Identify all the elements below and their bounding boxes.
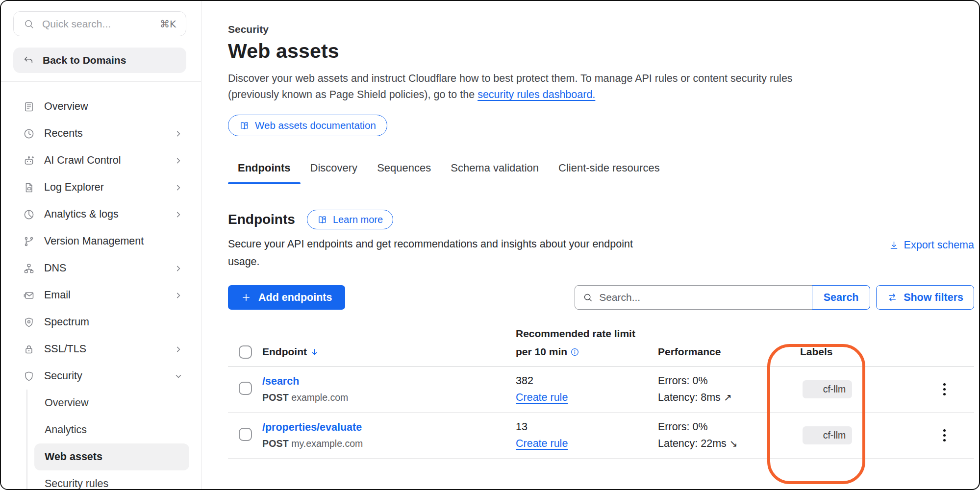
select-all-checkbox[interactable] <box>239 345 252 359</box>
row-checkbox[interactable] <box>239 428 252 441</box>
chevron-right-icon <box>174 264 183 273</box>
shield-icon <box>23 370 35 382</box>
sidebar-item-dns[interactable]: DNS <box>1 255 201 282</box>
column-header-endpoint[interactable]: Endpoint <box>262 343 516 361</box>
sidebar-nav: Overview Recents AI Crawl Control Log Ex… <box>1 93 201 490</box>
add-endpoints-button[interactable]: Add endpoints <box>228 285 345 310</box>
column-header-rate-limit: Recommended rate limit per 10 min <box>516 324 658 361</box>
chevron-right-icon <box>174 291 183 300</box>
latency-value: Latency: 22ms <box>658 438 727 449</box>
row-menu-button[interactable] <box>940 426 949 444</box>
rate-limit-value: 13 <box>516 421 658 433</box>
table-row: /search POST example.com 382 Create rule… <box>228 367 974 413</box>
robot-icon <box>23 155 35 167</box>
sidebar-item-spectrum[interactable]: Spectrum <box>1 309 201 336</box>
info-icon[interactable] <box>570 344 579 353</box>
app-window: Quick search... ⌘K Back to Domains Overv… <box>0 0 980 490</box>
tab-bar: EndpointsDiscoverySequencesSchema valida… <box>228 155 974 184</box>
cloud-icon <box>809 384 819 394</box>
show-filters-button[interactable]: Show filters <box>876 285 974 310</box>
page-title: Web assets <box>228 40 974 63</box>
sidebar-item-analytics-logs[interactable]: Analytics & logs <box>1 201 201 228</box>
description-line-2: (previously known as Page Shield policie… <box>228 89 477 100</box>
search-button[interactable]: Search <box>812 285 870 310</box>
lock-icon <box>23 343 35 355</box>
row-checkbox[interactable] <box>239 382 252 395</box>
label-badge-text: cf-llm <box>823 430 846 441</box>
endpoints-table: Endpoint Recommended rate limit per 10 m… <box>228 324 974 459</box>
sidebar-item-ai-crawl-control[interactable]: AI Crawl Control <box>1 147 201 174</box>
book-icon <box>317 215 327 225</box>
sidebar-item-version-management[interactable]: Version Management <box>1 228 201 255</box>
tab-sequences[interactable]: Sequences <box>367 155 441 184</box>
page-description: Discover your web assets and instruct Cl… <box>228 71 974 103</box>
sidebar-subitem-label: Analytics <box>45 424 87 436</box>
shield-gear-icon <box>23 317 35 328</box>
keyboard-shortcut-badge: ⌘K <box>160 18 176 30</box>
quick-search-input[interactable]: Quick search... ⌘K <box>13 11 186 36</box>
sidebar-item-overview[interactable]: Overview <box>1 93 201 120</box>
sidebar-divider <box>1 81 201 82</box>
tab-schema-validation[interactable]: Schema validation <box>441 155 549 184</box>
table-row: /properties/evaluate POST my.example.com… <box>228 413 974 459</box>
create-rule-link[interactable]: Create rule <box>516 438 568 450</box>
endpoints-search-input[interactable]: Search... <box>575 285 812 310</box>
web-assets-documentation-button[interactable]: Web assets documentation <box>228 115 387 136</box>
branch-icon <box>23 236 35 247</box>
rate-limit-value: 382 <box>516 375 658 387</box>
sidebar-item-security[interactable]: Security <box>1 363 201 390</box>
export-schema-label: Export schema <box>904 239 974 251</box>
network-icon <box>23 263 35 274</box>
sidebar-item-log-explorer[interactable]: Log Explorer <box>1 174 201 201</box>
tab-discovery[interactable]: Discovery <box>301 155 368 184</box>
sidebar-subitem-analytics[interactable]: Analytics <box>34 416 189 443</box>
clipboard-icon <box>23 101 35 113</box>
envelope-icon <box>23 290 35 301</box>
create-rule-link[interactable]: Create rule <box>516 392 568 404</box>
sidebar-item-label: Email <box>44 289 71 301</box>
latency-value: Latency: 8ms <box>658 392 721 403</box>
sidebar-item-label: Analytics & logs <box>44 208 119 220</box>
sidebar-item-label: Log Explorer <box>44 181 104 194</box>
plus-icon <box>241 293 251 302</box>
show-filters-label: Show filters <box>904 292 963 304</box>
swap-arrows-icon <box>887 292 898 303</box>
sidebar-item-label: DNS <box>44 262 66 274</box>
sidebar-subitem-security-rules[interactable]: Security rules <box>34 470 189 490</box>
row-menu-button[interactable] <box>940 380 949 398</box>
search-icon <box>24 19 34 29</box>
sidebar-subitem-overview[interactable]: Overview <box>34 390 189 416</box>
sidebar-subitem-label: Security rules <box>45 478 108 490</box>
export-schema-link[interactable]: Export schema <box>889 239 974 251</box>
clock-icon <box>23 128 35 140</box>
sidebar-subitem-web-assets[interactable]: Web assets <box>34 443 189 470</box>
search-placeholder: Search... <box>599 292 640 303</box>
label-badge: cf-llm <box>803 426 853 444</box>
back-arrow-icon <box>23 55 34 66</box>
search-icon <box>583 293 593 302</box>
sidebar-item-label: Spectrum <box>44 316 89 328</box>
tab-endpoints[interactable]: Endpoints <box>228 155 301 184</box>
book-icon <box>239 121 250 131</box>
sidebar-subitem-label: Overview <box>45 397 89 409</box>
endpoint-method-host: POST example.com <box>262 392 516 403</box>
endpoint-path-link[interactable]: /search <box>262 375 516 388</box>
endpoint-path-link[interactable]: /properties/evaluate <box>262 421 516 434</box>
learn-more-button[interactable]: Learn more <box>307 210 393 229</box>
label-badge: cf-llm <box>803 380 853 398</box>
pie-icon <box>23 209 35 220</box>
errors-value: Errors: 0% <box>658 375 782 387</box>
sidebar-item-email[interactable]: Email <box>1 282 201 309</box>
sidebar-item-label: Recents <box>44 127 83 140</box>
endpoints-description: Secure your API endpoints and get recomm… <box>228 235 633 270</box>
endpoints-heading: Endpoints <box>228 212 295 227</box>
doc-button-label: Web assets documentation <box>255 120 376 131</box>
cloud-icon <box>809 430 819 441</box>
back-to-domains-button[interactable]: Back to Domains <box>13 48 186 73</box>
sidebar-item-label: AI Crawl Control <box>44 154 121 167</box>
sidebar-item-ssl-tls[interactable]: SSL/TLS <box>1 336 201 363</box>
sidebar-item-recents[interactable]: Recents <box>1 120 201 147</box>
security-rules-dashboard-link[interactable]: security rules dashboard. <box>477 89 595 100</box>
sort-descending-icon <box>310 344 319 353</box>
tab-client-side-resources[interactable]: Client-side resources <box>549 155 670 184</box>
